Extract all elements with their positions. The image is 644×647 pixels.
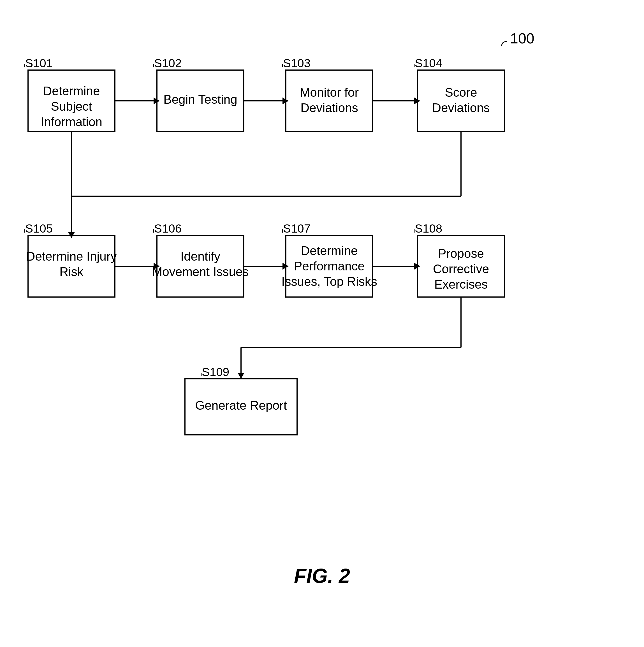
label-s101: S101 (25, 57, 53, 70)
text-s103-line1: Monitor for (300, 85, 359, 99)
text-s101-line2: Subject (51, 99, 92, 113)
arrowhead-s108-s109 (238, 373, 244, 379)
text-s101-line1: Determine (43, 84, 100, 98)
text-s104-line2: Deviations (432, 101, 490, 115)
text-s108-line3: Exercises (434, 277, 488, 291)
label-s102: S102 (154, 57, 182, 70)
fig-label: FIG. 2 (294, 565, 350, 587)
text-s108-line1: Propose (438, 246, 484, 260)
text-s107-line3: Issues, Top Risks (281, 275, 377, 288)
text-s105-line2: Risk (59, 265, 84, 279)
ref-100: 100 (510, 30, 534, 47)
label-s106: S106 (154, 222, 182, 235)
text-s102-line1: Begin Testing (163, 92, 237, 106)
label-s108: S108 (415, 222, 442, 235)
text-s105-line1: Determine Injury (26, 249, 117, 263)
text-s107-line1: Determine (301, 244, 358, 258)
label-s104: S104 (415, 57, 442, 70)
label-s103: S103 (283, 57, 310, 70)
text-s101-line3: Information (41, 115, 102, 129)
label-s105: S105 (25, 222, 53, 235)
label-s109: S109 (202, 365, 229, 378)
text-s109: Generate Report (195, 399, 287, 412)
text-s104-line1: Score (445, 85, 477, 99)
text-s108-line2: Corrective (433, 262, 489, 276)
text-s106-line1: Identify (181, 249, 220, 263)
text-s106-line2: Movement Issues (152, 265, 249, 279)
label-s107: S107 (283, 222, 310, 235)
diagram-container: 100 S101 Determine Subject Information S… (0, 0, 644, 647)
text-s103-line2: Deviations (300, 101, 358, 115)
text-s107-line2: Performance (294, 259, 365, 273)
